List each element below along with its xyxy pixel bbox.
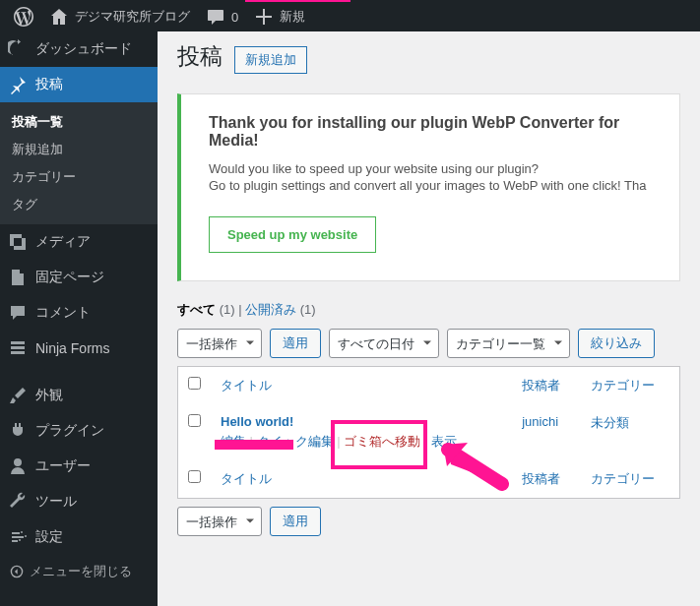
filter-all[interactable]: すべて: [177, 302, 216, 317]
brush-icon: [8, 386, 28, 405]
action-trash[interactable]: ゴミ箱へ移動: [344, 434, 420, 449]
wp-logo[interactable]: [6, 1, 41, 32]
row-actions: 編集 | クイック編集 | ゴミ箱へ移動 | 表示: [221, 429, 502, 451]
plugin-notice: Thank you for installing our plugin WebP…: [177, 93, 680, 281]
pin-icon: [8, 75, 28, 94]
dashboard-icon: [8, 39, 28, 59]
comment-icon: [206, 7, 225, 27]
submenu-categories[interactable]: カテゴリー: [0, 163, 158, 191]
filter-published[interactable]: 公開済み: [245, 302, 296, 317]
tablenav-top: 一括操作 適用 すべての日付 カテゴリー一覧 絞り込み: [177, 329, 680, 358]
comments-link[interactable]: 0: [198, 1, 246, 32]
apply-button-top[interactable]: 適用: [270, 329, 321, 358]
site-title: デジマ研究所ブログ: [75, 8, 190, 26]
category-link[interactable]: 未分類: [591, 415, 629, 430]
posts-submenu: 投稿一覧 新規追加 カテゴリー タグ: [0, 102, 158, 224]
home-icon: [49, 7, 69, 27]
plugin-icon: [8, 421, 28, 441]
author-link[interactable]: junichi: [522, 414, 558, 429]
category-filter-select[interactable]: カテゴリー一覧: [447, 329, 570, 358]
site-name-link[interactable]: デジマ研究所ブログ: [41, 1, 198, 32]
submenu-all-posts[interactable]: 投稿一覧: [0, 108, 158, 136]
sidebar-item-appearance[interactable]: 外観: [0, 378, 158, 413]
new-label: 新規: [280, 8, 305, 26]
notice-cta-button[interactable]: Speed up my website: [209, 216, 376, 253]
action-quick-edit[interactable]: クイック編集: [257, 434, 334, 449]
row-checkbox[interactable]: [188, 414, 201, 427]
sidebar-item-media[interactable]: メディア: [0, 224, 158, 260]
submenu-new-post[interactable]: 新規追加: [0, 136, 158, 163]
table-row: Hello world! 編集 | クイック編集 | ゴミ箱へ移動 | 表示 j…: [178, 404, 680, 460]
col-author-foot[interactable]: 投稿者: [512, 460, 581, 499]
sidebar-item-ninja-forms[interactable]: Ninja Forms: [0, 331, 158, 366]
wordpress-icon: [14, 7, 33, 27]
page-icon: [8, 268, 28, 287]
tablenav-bottom: 一括操作 適用: [177, 507, 680, 536]
notice-title: Thank you for installing our plugin WebP…: [209, 114, 652, 150]
status-filter: すべて (1) | 公開済み (1): [177, 301, 680, 319]
media-icon: [8, 232, 28, 252]
sidebar-item-dashboard[interactable]: ダッシュボード: [0, 31, 158, 67]
comments-icon: [8, 303, 28, 323]
collapse-icon: [10, 565, 24, 578]
col-author[interactable]: 投稿者: [512, 367, 581, 405]
wrench-icon: [8, 492, 28, 512]
filter-button[interactable]: 絞り込み: [578, 329, 655, 358]
apply-button-bottom[interactable]: 適用: [270, 507, 321, 536]
admin-bar: デジマ研究所ブログ 0 新規: [0, 0, 700, 31]
sidebar-item-comments[interactable]: コメント: [0, 295, 158, 331]
sidebar-item-tools[interactable]: ツール: [0, 484, 158, 519]
col-title-foot[interactable]: タイトル: [211, 460, 512, 499]
col-category-foot[interactable]: カテゴリー: [581, 460, 680, 499]
new-content-link[interactable]: 新規: [246, 1, 313, 32]
bulk-action-select[interactable]: 一括操作: [177, 329, 262, 358]
add-new-button[interactable]: 新規追加: [234, 46, 307, 74]
user-icon: [8, 456, 28, 476]
bulk-action-select-bottom[interactable]: 一括操作: [177, 507, 262, 536]
main-content: 投稿 新規追加 Thank you for installing our plu…: [158, 31, 700, 606]
sidebar-item-posts[interactable]: 投稿: [0, 67, 158, 102]
col-category[interactable]: カテゴリー: [581, 367, 680, 405]
action-view[interactable]: 表示: [431, 434, 457, 449]
sidebar-item-plugins[interactable]: プラグイン: [0, 413, 158, 449]
form-icon: [8, 338, 28, 358]
posts-table: タイトル 投稿者 カテゴリー Hello world! 編集 | クイック編集 …: [177, 366, 680, 499]
post-title-link[interactable]: Hello world!: [221, 414, 293, 429]
page-title: 投稿: [177, 41, 223, 72]
col-title[interactable]: タイトル: [211, 367, 512, 405]
action-edit[interactable]: 編集: [221, 434, 246, 449]
select-all-bottom[interactable]: [188, 470, 201, 483]
sidebar-item-settings[interactable]: 設定: [0, 519, 158, 555]
comments-count: 0: [231, 10, 238, 25]
admin-sidebar: ダッシュボード 投稿 投稿一覧 新規追加 カテゴリー タグ メディア 固定ページ…: [0, 31, 158, 606]
plus-icon: [254, 7, 274, 27]
collapse-menu[interactable]: メニューを閉じる: [0, 555, 158, 588]
sidebar-item-users[interactable]: ユーザー: [0, 449, 158, 484]
notice-line1: Would you like to speed up your website …: [209, 161, 652, 176]
settings-icon: [8, 527, 28, 547]
sidebar-item-pages[interactable]: 固定ページ: [0, 260, 158, 295]
select-all-top[interactable]: [188, 377, 201, 390]
date-filter-select[interactable]: すべての日付: [329, 329, 439, 358]
submenu-tags[interactable]: タグ: [0, 191, 158, 218]
notice-line2: Go to plugin settings and convert all yo…: [209, 178, 652, 193]
